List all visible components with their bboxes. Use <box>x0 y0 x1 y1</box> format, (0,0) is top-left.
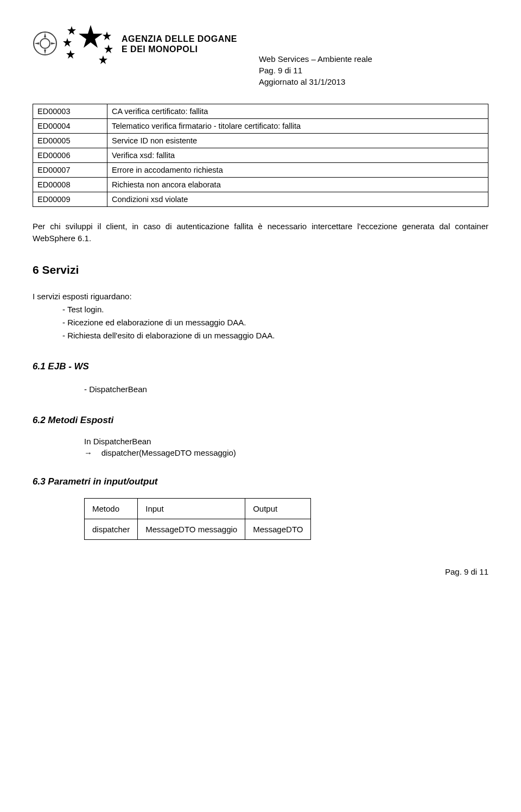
table-row: ED00009Condizioni xsd violate <box>33 192 488 207</box>
svg-marker-5 <box>66 50 75 59</box>
heading-6-2: 6.2 Metodi Esposti <box>33 415 488 426</box>
code-cell: ED00004 <box>33 119 107 134</box>
code-cell: ED00003 <box>33 104 107 119</box>
table-row: ED00007Errore in accodamento richiesta <box>33 163 488 178</box>
heading-6-1: 6.1 EJB - WS <box>33 361 488 372</box>
table-row: ED00004Telematico verifica firmatario - … <box>33 119 488 134</box>
table-row: ED00005Service ID non esistente <box>33 134 488 148</box>
stars-icon <box>61 22 115 67</box>
table-row: ED00008Richiesta non ancora elaborata <box>33 178 488 192</box>
agency-line1: AGENZIA DELLE DOGANE <box>122 34 237 44</box>
svg-marker-2 <box>79 25 103 48</box>
header-right-3: Aggiornato al 31/1/2013 <box>259 76 372 87</box>
error-codes-table: ED00003CA verifica certificato: fallitaE… <box>33 104 488 207</box>
logo-block: AGENZIA DELLE DOGANE E DEI MONOPOLI <box>33 22 237 67</box>
page-footer: Pag. 9 di 11 <box>33 567 488 576</box>
arrow-icon: → <box>84 448 92 457</box>
code-cell: ED00005 <box>33 134 107 148</box>
table-row: Metodo Input Output <box>85 498 311 519</box>
params-table: Metodo Input Output dispatcher MessageDT… <box>84 498 311 540</box>
desc-cell: Telematico verifica firmatario - titolar… <box>107 119 488 134</box>
svg-marker-3 <box>67 26 76 35</box>
header-right-1: Web Services – Ambiente reale <box>259 53 372 65</box>
params-h3: Output <box>245 498 311 519</box>
section6-intro: I servizi esposti riguardano: <box>33 290 488 303</box>
item-6-2-line2-wrap: → dispatcher(MessageDTO messaggio) <box>84 448 488 457</box>
item-6-2-line2: dispatcher(MessageDTO messaggio) <box>101 448 236 457</box>
agency-line2: E DEI MONOPOLI <box>122 45 237 54</box>
svg-marker-7 <box>104 45 113 53</box>
list-item: - Ricezione ed elaborazione di un messag… <box>62 316 488 329</box>
params-c2: MessageDTO messaggio <box>138 519 245 539</box>
item-6-2-line1: In DispatcherBean <box>84 437 488 446</box>
heading-6: 6 Servizi <box>33 263 488 276</box>
table-row: ED00006Verifica xsd: fallita <box>33 148 488 163</box>
params-c3: MessageDTO <box>245 519 311 539</box>
code-cell: ED00008 <box>33 178 107 192</box>
desc-cell: Condizioni xsd violate <box>107 192 488 207</box>
table-row: dispatcher MessageDTO messaggio MessageD… <box>85 519 311 539</box>
heading-6-3: 6.3 Parametri in input/output <box>33 476 488 487</box>
list-item: - Test login. <box>62 303 488 316</box>
table-row: ED00003CA verifica certificato: fallita <box>33 104 488 119</box>
params-c1: dispatcher <box>85 519 138 539</box>
list-item: - Richiesta dell'esito di elaborazione d… <box>62 329 488 342</box>
header-right-2: Pag. 9 di 11 <box>259 65 372 76</box>
page-header: AGENZIA DELLE DOGANE E DEI MONOPOLI Web … <box>33 22 488 87</box>
code-cell: ED00009 <box>33 192 107 207</box>
params-h1: Metodo <box>85 498 138 519</box>
svg-point-1 <box>40 39 50 48</box>
emblem-icon <box>33 31 58 58</box>
desc-cell: CA verifica certificato: fallita <box>107 104 488 119</box>
header-meta: Web Services – Ambiente reale Pag. 9 di … <box>259 22 372 87</box>
desc-cell: Errore in accodamento richiesta <box>107 163 488 178</box>
desc-cell: Richiesta non ancora elaborata <box>107 178 488 192</box>
item-6-1: - DispatcherBean <box>84 383 488 396</box>
paragraph-auth-note: Per chi sviluppi il client, in caso di a… <box>33 221 488 244</box>
desc-cell: Verifica xsd: fallita <box>107 148 488 163</box>
svg-marker-8 <box>99 55 107 64</box>
code-cell: ED00006 <box>33 148 107 163</box>
code-cell: ED00007 <box>33 163 107 178</box>
item-6-2: In DispatcherBean → dispatcher(MessageDT… <box>84 437 488 457</box>
desc-cell: Service ID non esistente <box>107 134 488 148</box>
section6-items: - Test login.- Ricezione ed elaborazione… <box>62 303 488 342</box>
svg-marker-4 <box>63 38 72 47</box>
params-h2: Input <box>138 498 245 519</box>
svg-marker-6 <box>103 32 111 40</box>
agency-name: AGENZIA DELLE DOGANE E DEI MONOPOLI <box>122 34 237 54</box>
